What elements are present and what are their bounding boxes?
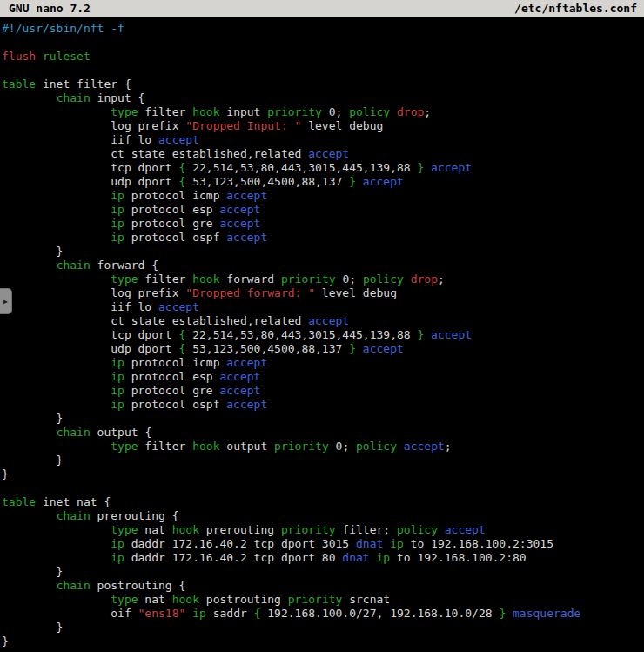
code-line: } bbox=[2, 621, 644, 635]
code-line: log prefix "Dropped forward: " level deb… bbox=[2, 286, 644, 300]
code-line: table inet filter { bbox=[2, 77, 644, 91]
app-version-label: GNU nano 7.2 bbox=[9, 0, 91, 17]
code-line: chain prerouting { bbox=[2, 509, 644, 523]
code-line: ip daddr 172.16.40.2 tcp dport 80 dnat i… bbox=[2, 551, 644, 565]
code-line: ip protocol gre accept bbox=[2, 217, 644, 231]
code-line: ip daddr 172.16.40.2 tcp dport 3015 dnat… bbox=[2, 537, 644, 551]
code-line: iif lo accept bbox=[2, 300, 644, 314]
code-line: ip protocol icmp accept bbox=[2, 356, 644, 370]
code-line: } bbox=[2, 454, 644, 467]
code-line bbox=[2, 64, 644, 77]
code-line: ct state established,related accept bbox=[2, 314, 644, 328]
code-line: } bbox=[2, 635, 644, 649]
right-arrow-icon: ▶ bbox=[3, 298, 8, 306]
code-line: } bbox=[2, 565, 644, 579]
code-line: udp dport { 53,123,500,4500,88,137 } acc… bbox=[2, 342, 644, 356]
code-line: } bbox=[2, 412, 644, 426]
code-line: type nat hook prerouting priority filter… bbox=[2, 523, 644, 537]
code-line: chain postrouting { bbox=[2, 579, 644, 593]
code-line bbox=[2, 36, 644, 50]
filename-label: /etc/nftables.conf bbox=[514, 0, 637, 17]
code-line: chain input { bbox=[2, 91, 644, 105]
code-line: tcp dport { 22,514,53,80,443,3015,445,13… bbox=[2, 161, 644, 175]
terminal-window: GNU nano 7.2 /etc/nftables.conf #!/usr/s… bbox=[0, 0, 644, 652]
code-line: } bbox=[2, 245, 644, 259]
code-line: ip protocol gre accept bbox=[2, 384, 644, 398]
side-drawer-handle[interactable]: ▶ bbox=[0, 288, 12, 314]
code-line: ip protocol ospf accept bbox=[2, 231, 644, 245]
code-line: log prefix "Dropped Input: " level debug bbox=[2, 119, 644, 133]
code-line: chain output { bbox=[2, 426, 644, 440]
code-line: tcp dport { 22,514,53,80,443,3015,445,13… bbox=[2, 328, 644, 342]
editor-area[interactable]: #!/usr/sbin/nft -f flush ruleset table i… bbox=[0, 17, 644, 649]
code-line: #!/usr/sbin/nft -f bbox=[2, 22, 644, 36]
code-line: type filter hook forward priority 0; pol… bbox=[2, 272, 644, 286]
code-line: ip protocol icmp accept bbox=[2, 189, 644, 203]
code-line: flush ruleset bbox=[2, 50, 644, 64]
code-line: table inet nat { bbox=[2, 495, 644, 509]
code-line: } bbox=[2, 467, 644, 481]
code-line: udp dport { 53,123,500,4500,88,137 } acc… bbox=[2, 175, 644, 189]
nano-titlebar: GNU nano 7.2 /etc/nftables.conf bbox=[0, 0, 644, 17]
code-line: chain forward { bbox=[2, 259, 644, 272]
code-line: iif lo accept bbox=[2, 133, 644, 147]
code-line: type nat hook postrouting priority srcna… bbox=[2, 593, 644, 607]
code-line: ct state established,related accept bbox=[2, 147, 644, 161]
code-line: ip protocol ospf accept bbox=[2, 398, 644, 412]
code-line: type filter hook output priority 0; poli… bbox=[2, 440, 644, 454]
code-line bbox=[2, 481, 644, 495]
code-line: oif "ens18" ip saddr { 192.168.100.0/27,… bbox=[2, 607, 644, 621]
code-line: type filter hook input priority 0; polic… bbox=[2, 105, 644, 119]
code-line: ip protocol esp accept bbox=[2, 203, 644, 217]
code-line: ip protocol esp accept bbox=[2, 370, 644, 384]
